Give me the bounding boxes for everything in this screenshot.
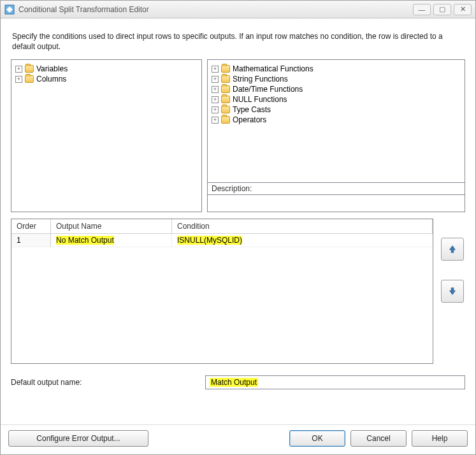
description-panel: Description: — [208, 182, 465, 212]
button-bar: Configure Error Output... OK Cancel Help — [1, 424, 475, 454]
intro-text: Specify the conditions used to direct in… — [11, 27, 465, 53]
tree-label: String Functions — [233, 75, 288, 83]
expand-icon[interactable]: + — [212, 106, 219, 113]
expand-icon[interactable]: + — [15, 66, 22, 73]
close-button[interactable]: ✕ — [454, 4, 472, 15]
tree-item-typecast[interactable]: + Type Casts — [210, 105, 462, 115]
ok-button[interactable]: OK — [289, 430, 345, 447]
arrow-down-icon — [448, 287, 457, 296]
expand-icon[interactable]: + — [212, 86, 219, 93]
maximize-button[interactable]: ▢ — [433, 4, 451, 15]
default-output-row: Default output name: Match Output — [11, 375, 465, 389]
content-area: Specify the conditions used to direct in… — [1, 18, 475, 424]
tree-label: Operators — [233, 115, 266, 124]
folder-icon — [221, 116, 230, 124]
tree-label: Mathematical Functions — [233, 64, 314, 73]
conditions-grid-area: Order Output Name Condition 1 No Match O… — [11, 219, 465, 364]
conditions-grid[interactable]: Order Output Name Condition 1 No Match O… — [11, 219, 433, 364]
folder-icon — [221, 65, 230, 73]
titlebar: Conditional Split Transformation Editor … — [1, 1, 475, 18]
expand-icon[interactable]: + — [212, 66, 219, 73]
app-icon — [4, 4, 15, 15]
tree-item-datetime[interactable]: + Date/Time Functions — [210, 84, 462, 94]
expand-icon[interactable]: + — [15, 76, 22, 83]
minimize-button[interactable]: — — [413, 4, 431, 15]
folder-icon — [221, 85, 230, 93]
folder-icon — [25, 75, 34, 83]
tree-item-null[interactable]: + NULL Functions — [210, 94, 462, 105]
highlight: Match Output — [210, 378, 258, 387]
cell-condition[interactable]: ISNULL(MySQLID) — [172, 234, 433, 247]
highlight: No Match Output — [56, 236, 114, 245]
description-label: Description: — [208, 183, 465, 195]
reorder-buttons — [440, 219, 465, 303]
functions-tree-panel: + Mathematical Functions + String Functi… — [207, 59, 465, 212]
configure-error-output-button[interactable]: Configure Error Output... — [8, 430, 148, 447]
folder-icon — [221, 96, 230, 103]
move-up-button[interactable] — [441, 238, 464, 261]
folder-icon — [25, 65, 34, 73]
expand-icon[interactable]: + — [212, 117, 219, 124]
window-title: Conditional Split Transformation Editor — [18, 5, 409, 14]
tree-item-math[interactable]: + Mathematical Functions — [210, 64, 462, 74]
cell-output-name[interactable]: No Match Output — [51, 234, 172, 247]
tree-label: NULL Functions — [233, 95, 287, 104]
folder-icon — [221, 75, 230, 83]
grid-header: Order Output Name Condition — [11, 219, 433, 234]
functions-tree[interactable]: + Mathematical Functions + String Functi… — [208, 60, 465, 182]
tree-item-operators[interactable]: + Operators — [210, 115, 462, 125]
highlight: ISNULL(MySQLID) — [177, 236, 242, 245]
tree-item-variables[interactable]: + Variables — [14, 64, 199, 74]
tree-label: Date/Time Functions — [233, 85, 303, 94]
arrow-up-icon — [448, 245, 457, 254]
tree-label: Type Casts — [233, 105, 271, 114]
dialog-window: Conditional Split Transformation Editor … — [0, 0, 476, 455]
folder-icon — [221, 106, 230, 113]
cancel-button[interactable]: Cancel — [350, 430, 407, 447]
col-header-order[interactable]: Order — [11, 219, 51, 233]
tree-item-string[interactable]: + String Functions — [210, 74, 462, 84]
tree-item-columns[interactable]: + Columns — [14, 74, 199, 84]
cell-order[interactable]: 1 — [11, 234, 51, 247]
tree-label: Variables — [36, 64, 68, 73]
col-header-output-name[interactable]: Output Name — [51, 219, 172, 233]
grid-row[interactable]: 1 No Match Output ISNULL(MySQLID) — [11, 234, 433, 247]
description-body — [208, 195, 465, 212]
tree-label: Columns — [36, 75, 66, 83]
move-down-button[interactable] — [441, 280, 464, 303]
default-output-input[interactable]: Match Output — [205, 375, 465, 389]
expand-icon[interactable]: + — [212, 96, 219, 103]
variables-columns-tree[interactable]: + Variables + Columns — [11, 59, 202, 212]
default-output-label: Default output name: — [11, 378, 199, 387]
window-buttons: — ▢ ✕ — [413, 4, 472, 15]
help-button[interactable]: Help — [412, 430, 468, 447]
expand-icon[interactable]: + — [212, 76, 219, 83]
tree-panes: + Variables + Columns + — [11, 59, 465, 212]
col-header-condition[interactable]: Condition — [172, 219, 433, 233]
